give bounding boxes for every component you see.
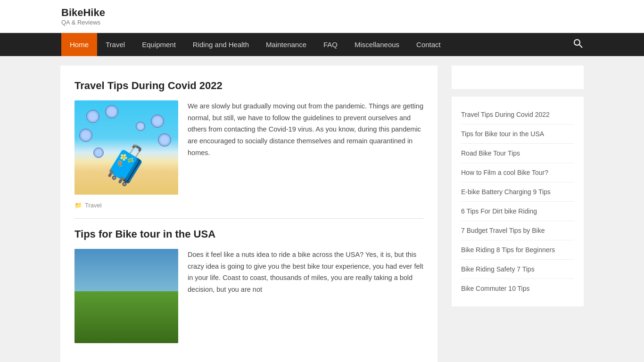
sidebar: Travel Tips During Covid 2022 Tips for B… (452, 66, 584, 362)
sidebar-search-box (452, 66, 584, 89)
sidebar-link-budget[interactable]: 7 Budget Travel Tips by Bike (461, 221, 574, 240)
sidebar-link-safety[interactable]: Bike Riding Safety 7 Tips (461, 260, 574, 279)
article-image-covid (74, 100, 178, 195)
sidebar-link-film[interactable]: How to Film a cool Bike Tour? (461, 163, 574, 182)
article-title-bike-tour: Tips for Bike tour in the USA (74, 228, 423, 240)
nav-item-faq[interactable]: FAQ (315, 33, 346, 56)
category-icon: 📁 (74, 202, 82, 209)
sidebar-link-bike-usa[interactable]: Tips for Bike tour in the USA (461, 124, 574, 143)
nav-menu: Home Travel Equipment Riding and Health … (61, 33, 449, 56)
nav-item-equipment[interactable]: Equipment (133, 33, 184, 56)
search-icon[interactable] (573, 39, 583, 50)
sidebar-link-item: Bike Riding 8 Tips for Beginners (461, 240, 574, 260)
sidebar-link-road-bike[interactable]: Road Bike Tour Tips (461, 144, 574, 163)
site-title: BikeHike (61, 7, 583, 19)
sidebar-link-dirt[interactable]: 6 Tips For Dirt bike Riding (461, 202, 574, 221)
sidebar-link-item: Road Bike Tour Tips (461, 144, 574, 163)
article-link-covid[interactable]: Travel Tips During Covid 2022 (74, 80, 223, 91)
main-content: Travel Tips During Covid 2022 We are slo… (60, 66, 438, 362)
site-subtitle: QA & Reviews (61, 19, 583, 26)
sidebar-link-covid[interactable]: Travel Tips During Covid 2022 (461, 105, 574, 124)
article-link-bike-tour[interactable]: Tips for Bike tour in the USA (74, 228, 215, 240)
sidebar-link-item: 7 Budget Travel Tips by Bike (461, 221, 574, 240)
sidebar-link-item: E-bike Battery Charging 9 Tips (461, 182, 574, 202)
sidebar-link-item: 6 Tips For Dirt bike Riding (461, 202, 574, 221)
article-meta-covid: 📁 Travel (74, 202, 423, 209)
article-excerpt-covid: We are slowly but gradually moving out f… (188, 100, 423, 195)
sidebar-links: Travel Tips During Covid 2022 Tips for B… (452, 97, 584, 306)
article-excerpt-bike-tour: Does it feel like a nuts idea to ride a … (188, 249, 423, 343)
svg-line-1 (579, 45, 582, 48)
sidebar-link-list: Travel Tips During Covid 2022 Tips for B… (461, 105, 574, 298)
sidebar-link-item: Travel Tips During Covid 2022 (461, 105, 574, 124)
article-divider (74, 218, 423, 219)
sidebar-link-item: How to Film a cool Bike Tour? (461, 163, 574, 182)
article-body-bike-tour: 🚴‍♂️🚴‍♀️🚴 Does it feel like a nuts idea … (74, 249, 423, 343)
nav-item-contact[interactable]: Contact (408, 33, 449, 56)
sidebar-link-item: Tips for Bike tour in the USA (461, 124, 574, 144)
category-link-covid[interactable]: Travel (85, 202, 102, 209)
article-bike-tour: Tips for Bike tour in the USA 🚴‍♂️🚴‍♀️🚴 … (74, 228, 423, 343)
sidebar-link-commuter[interactable]: Bike Commuter 10 Tips (461, 279, 574, 298)
nav-item-riding-health[interactable]: Riding and Health (184, 33, 257, 56)
nav-item-maintenance[interactable]: Maintenance (257, 33, 315, 56)
nav-item-miscellaneous[interactable]: Miscellaneous (346, 33, 408, 56)
article-image-bike-tour: 🚴‍♂️🚴‍♀️🚴 (74, 249, 178, 343)
article-body-covid: We are slowly but gradually moving out f… (74, 100, 423, 195)
nav-item-travel[interactable]: Travel (97, 33, 133, 56)
nav-item-home[interactable]: Home (61, 33, 97, 56)
article-covid: Travel Tips During Covid 2022 We are slo… (74, 80, 423, 209)
svg-point-0 (574, 40, 580, 45)
sidebar-link-item: Bike Commuter 10 Tips (461, 279, 574, 298)
sidebar-link-ebike[interactable]: E-bike Battery Charging 9 Tips (461, 182, 574, 201)
sidebar-link-beginners[interactable]: Bike Riding 8 Tips for Beginners (461, 240, 574, 259)
page-wrapper: Travel Tips During Covid 2022 We are slo… (53, 56, 591, 362)
article-title-covid: Travel Tips During Covid 2022 (74, 80, 423, 92)
sidebar-link-item: Bike Riding Safety 7 Tips (461, 260, 574, 279)
main-nav: Home Travel Equipment Riding and Health … (0, 33, 644, 56)
site-header: BikeHike QA & Reviews (0, 0, 644, 33)
